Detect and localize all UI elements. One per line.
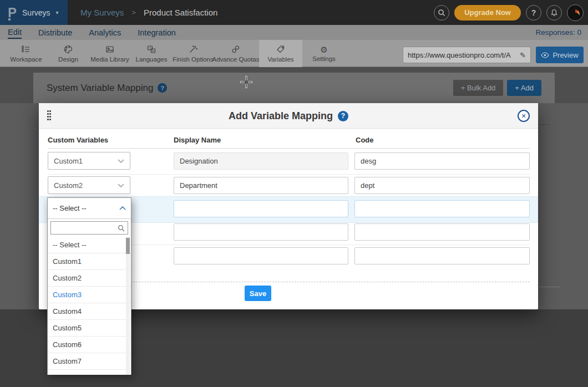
caret-down-icon: ▾ <box>56 9 59 16</box>
row-divider <box>48 174 530 175</box>
modal-title: Add Variable Mapping <box>229 110 333 122</box>
languages-icon: 文 A <box>146 44 156 54</box>
toolbar-label: Design <box>58 56 78 63</box>
dropdown-control[interactable]: -- Select -- <box>48 198 131 219</box>
tab-integration[interactable]: Integration <box>138 27 176 38</box>
settings-gear-icon: ⚙ <box>320 45 327 54</box>
breadcrumb: My Surveys > Product Satisfaction <box>80 0 217 25</box>
responses-count: Responses: 0 <box>535 25 581 40</box>
column-header-code: Code <box>356 136 374 144</box>
finish-options-wand-icon <box>188 44 198 54</box>
option-custom2[interactable]: Custom2 <box>48 270 131 287</box>
close-icon[interactable]: ✕ <box>518 110 530 122</box>
toolbar-item-variables[interactable]: Variables <box>259 40 302 67</box>
user-avatar[interactable] <box>567 4 584 21</box>
tab-edit[interactable]: Edit <box>8 26 22 39</box>
bulk-add-label: Bulk Add <box>467 84 495 92</box>
variable-select-row1[interactable]: Custom1 <box>48 152 130 170</box>
toolbar-item-media-library[interactable]: Media Library <box>88 40 131 67</box>
column-header-custom-variables: Custom Variables <box>48 136 108 144</box>
toolbar-item-finish-options[interactable]: Finish Options <box>171 40 215 67</box>
custom-variable-dropdown: -- Select -- -- Select -- Custom1 Custom… <box>47 197 131 375</box>
survey-nav-tabs: Edit Distribute Analytics Integration <box>8 25 176 40</box>
display-name-input-row3[interactable] <box>174 200 348 217</box>
dropdown-scrollbar-track[interactable] <box>126 237 130 375</box>
add-button[interactable]: + Add <box>507 80 541 96</box>
upgrade-now-button[interactable]: Upgrade Now <box>454 5 521 21</box>
display-name-input-row2[interactable] <box>174 177 348 194</box>
option-custom6[interactable]: Custom6 <box>48 337 131 353</box>
option-custom4[interactable]: Custom4 <box>48 303 131 320</box>
notifications-button[interactable] <box>546 5 562 21</box>
dropdown-scrollbar-thumb[interactable] <box>126 238 130 254</box>
chevron-down-icon <box>118 184 124 187</box>
eye-icon <box>541 52 549 58</box>
option-custom7[interactable]: Custom7 <box>48 353 131 370</box>
variables-tag-icon <box>276 44 286 54</box>
option-custom5[interactable]: Custom5 <box>48 320 131 337</box>
chevron-up-icon <box>119 206 126 210</box>
variable-select-value: Custom2 <box>54 181 118 190</box>
page-title-text: System Variable Mapping <box>47 83 153 94</box>
code-input-row3[interactable] <box>354 200 530 217</box>
toolbar-label: Finish Options <box>173 56 214 63</box>
save-button[interactable]: Save <box>245 286 271 301</box>
toolbar-label: Variables <box>267 56 293 63</box>
svg-text:A: A <box>152 49 154 53</box>
option-select[interactable]: -- Select -- <box>48 237 131 253</box>
dropdown-search-box[interactable] <box>50 221 128 235</box>
toolbar-item-workspace[interactable]: Workspace <box>4 40 48 67</box>
header-divider <box>48 148 530 149</box>
dropdown-option-list: -- Select -- Custom1 Custom2 Custom3 Cus… <box>48 237 131 375</box>
bulk-add-button[interactable]: + Bulk Add <box>453 80 504 96</box>
page-title: System Variable Mapping ? <box>47 83 167 94</box>
toolbar-item-advance-quotas[interactable]: Advance Quotas <box>214 40 257 67</box>
media-library-icon <box>105 44 115 54</box>
breadcrumb-my-surveys[interactable]: My Surveys <box>80 8 124 17</box>
code-input-row5[interactable] <box>354 247 530 264</box>
column-header-display-name: Display Name <box>174 136 221 144</box>
chevron-down-icon <box>118 159 124 163</box>
question-icon: ? <box>531 8 536 17</box>
tab-analytics[interactable]: Analytics <box>89 27 121 38</box>
search-button[interactable] <box>434 5 449 21</box>
tab-distribute[interactable]: Distribute <box>38 27 72 38</box>
toolbar-item-languages[interactable]: 文 A Languages <box>130 40 173 67</box>
code-input-row1[interactable] <box>354 152 530 170</box>
display-name-input-row1[interactable] <box>174 152 348 170</box>
code-input-row2[interactable] <box>354 177 530 194</box>
display-name-input-row4[interactable] <box>174 223 348 241</box>
code-input-row4[interactable] <box>354 223 530 241</box>
preview-button[interactable]: Preview <box>536 47 584 63</box>
dropdown-selected-value: -- Select -- <box>53 204 119 212</box>
search-icon <box>438 9 445 17</box>
page-heading-bar: System Variable Mapping ? + Bulk Add + A… <box>33 73 555 103</box>
survey-url-field[interactable]: https://www.questionpro.com/t/A ✎ <box>403 47 531 63</box>
page-help-icon[interactable]: ? <box>158 83 167 93</box>
search-icon <box>118 225 125 232</box>
design-palette-icon <box>63 44 73 54</box>
edit-url-pencil-icon[interactable]: ✎ <box>520 51 526 59</box>
display-name-input-row5[interactable] <box>174 247 348 264</box>
plus-icon: + <box>461 84 465 92</box>
topbar-actions: Upgrade Now ? <box>434 0 584 25</box>
variable-select-row2[interactable]: Custom2 <box>48 176 130 194</box>
advance-quotas-links-icon <box>231 44 241 54</box>
bell-icon <box>550 9 558 17</box>
option-custom3-highlighted[interactable]: Custom3 <box>48 287 131 303</box>
option-partial[interactable] <box>48 370 131 375</box>
brand-label: Surveys <box>22 8 50 17</box>
surveys-product-switcher[interactable]: P Surveys ▾ <box>0 0 68 25</box>
breadcrumb-current-survey: Product Satisfaction <box>144 8 217 17</box>
dropdown-search-input[interactable] <box>54 224 118 232</box>
breadcrumb-separator: > <box>131 8 136 17</box>
toolbar-item-settings[interactable]: ⚙ Settings <box>302 40 346 67</box>
help-button[interactable]: ? <box>526 5 541 21</box>
option-custom1[interactable]: Custom1 <box>48 253 131 270</box>
toolbar-item-design[interactable]: Design <box>47 40 90 67</box>
toolbar-label: Languages <box>136 56 168 63</box>
toolbar-label: Advance Quotas <box>212 56 259 63</box>
page-heading-actions: + Bulk Add + Add <box>453 80 541 96</box>
modal-help-icon[interactable]: ? <box>338 111 348 121</box>
plus-icon: + <box>515 84 519 92</box>
